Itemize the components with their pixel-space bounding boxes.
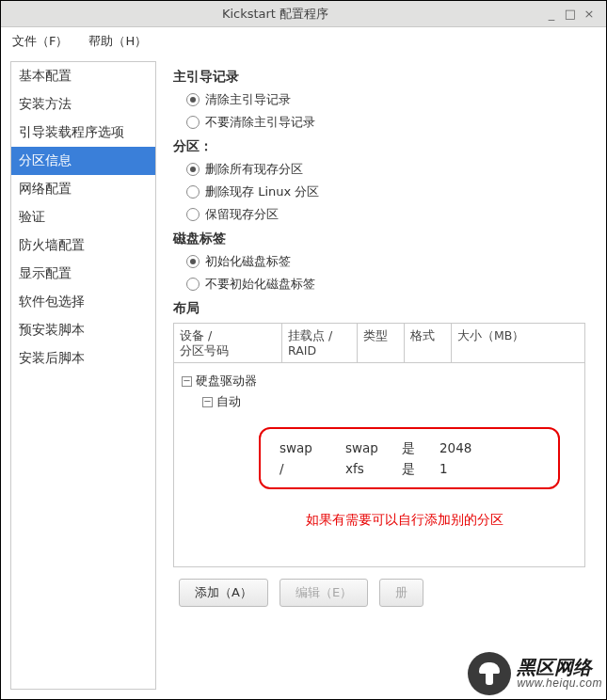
partitions-option[interactable]: 删除所有现存分区 bbox=[186, 161, 585, 178]
add-button[interactable]: 添加（A） bbox=[179, 579, 268, 607]
menu-file[interactable]: 文件（F） bbox=[8, 29, 72, 54]
window-title: Kickstart 配置程序 bbox=[8, 6, 542, 23]
partitions-label: 删除所有现存分区 bbox=[205, 161, 303, 178]
layout-panel: 设备 / 分区号码 挂载点 / RAID 类型 格式 大小（MB） − 硬盘驱动… bbox=[173, 323, 585, 567]
partitions-option[interactable]: 删除现存 Linux 分区 bbox=[186, 183, 585, 200]
sidebar-item[interactable]: 软件包选择 bbox=[11, 288, 155, 316]
tree-root-row[interactable]: − 硬盘驱动器 bbox=[182, 373, 577, 390]
expander-icon[interactable]: − bbox=[202, 397, 213, 407]
layout-header: 设备 / 分区号码 挂载点 / RAID 类型 格式 大小（MB） bbox=[174, 324, 584, 363]
section-partitions-title: 分区： bbox=[173, 138, 585, 155]
menu-bar: 文件（F） 帮助（H） bbox=[1, 27, 606, 56]
col-format[interactable]: 格式 bbox=[405, 324, 452, 362]
partition-mount: / bbox=[280, 461, 345, 478]
sidebar-item[interactable]: 显示配置 bbox=[11, 260, 155, 288]
col-size[interactable]: 大小（MB） bbox=[452, 324, 584, 362]
partition-type: xfs bbox=[345, 461, 402, 478]
disklabel-option[interactable]: 不要初始化磁盘标签 bbox=[186, 276, 585, 293]
sidebar-item[interactable]: 分区信息 bbox=[11, 147, 155, 175]
sidebar-item[interactable]: 安装后脚本 bbox=[11, 344, 155, 373]
watermark-url: www.heiqu.com bbox=[517, 677, 602, 690]
partition-row[interactable]: /xfs是1 bbox=[280, 461, 496, 478]
sidebar: 基本配置安装方法引导装载程序选项分区信息网络配置验证防火墙配置显示配置软件包选择… bbox=[10, 61, 156, 690]
radio-icon[interactable] bbox=[186, 116, 200, 129]
layout-buttons: 添加（A） 编辑（E） 册 bbox=[173, 579, 585, 607]
tree-auto-row[interactable]: − 自动 bbox=[182, 393, 577, 410]
sidebar-item[interactable]: 验证 bbox=[11, 203, 155, 231]
disklabel-label: 初始化磁盘标签 bbox=[205, 253, 291, 270]
layout-tree: − 硬盘驱动器 − 自动 bbox=[174, 363, 584, 420]
col-device[interactable]: 设备 / 分区号码 bbox=[174, 324, 282, 362]
radio-icon[interactable] bbox=[186, 163, 200, 176]
watermark: 黑区网络 www.heiqu.com bbox=[468, 652, 602, 695]
title-bar: Kickstart 配置程序 _ □ × bbox=[1, 1, 606, 27]
radio-icon[interactable] bbox=[186, 185, 200, 199]
disklabel-label: 不要初始化磁盘标签 bbox=[205, 276, 315, 293]
partition-mount: swap bbox=[280, 440, 345, 457]
partition-rows: swapswap是2048/xfs是1 bbox=[280, 437, 496, 482]
radio-icon[interactable] bbox=[186, 278, 200, 291]
section-layout-title: 布局 bbox=[173, 300, 585, 317]
radio-icon[interactable] bbox=[186, 255, 200, 268]
partition-size: 2048 bbox=[439, 440, 496, 457]
radio-icon[interactable] bbox=[186, 93, 200, 106]
sidebar-item[interactable]: 引导装载程序选项 bbox=[11, 119, 155, 147]
partition-type: swap bbox=[345, 440, 402, 457]
col-mount[interactable]: 挂载点 / RAID bbox=[282, 324, 358, 362]
sidebar-item[interactable]: 网络配置 bbox=[11, 175, 155, 203]
maximize-button[interactable]: □ bbox=[561, 7, 580, 21]
section-disklabel-title: 磁盘标签 bbox=[173, 231, 585, 247]
partitions-label: 删除现存 Linux 分区 bbox=[205, 183, 319, 200]
partition-size: 1 bbox=[439, 461, 496, 478]
main-panel: 主引导记录 清除主引导记录不要清除主引导记录 分区： 删除所有现存分区删除现存 … bbox=[156, 61, 597, 690]
partition-row[interactable]: swapswap是2048 bbox=[280, 440, 496, 457]
tree-root-label: 硬盘驱动器 bbox=[196, 373, 257, 390]
mbr-label: 清除主引导记录 bbox=[205, 91, 291, 108]
partition-format: 是 bbox=[402, 440, 439, 457]
watermark-title: 黑区网络 bbox=[517, 658, 602, 677]
tree-auto-label: 自动 bbox=[216, 393, 241, 410]
edit-button: 编辑（E） bbox=[280, 579, 368, 607]
menu-help[interactable]: 帮助（H） bbox=[85, 29, 151, 54]
sidebar-item[interactable]: 预安装脚本 bbox=[11, 316, 155, 344]
partitions-option[interactable]: 保留现存分区 bbox=[186, 206, 585, 223]
delete-button: 册 bbox=[379, 579, 423, 607]
partition-format: 是 bbox=[402, 461, 439, 478]
mbr-label: 不要清除主引导记录 bbox=[205, 114, 315, 131]
section-mbr-title: 主引导记录 bbox=[173, 69, 585, 86]
disklabel-option[interactable]: 初始化磁盘标签 bbox=[186, 253, 585, 270]
mushroom-icon bbox=[479, 662, 500, 685]
mbr-option[interactable]: 不要清除主引导记录 bbox=[186, 114, 585, 131]
watermark-logo bbox=[468, 652, 511, 695]
minimize-button[interactable]: _ bbox=[542, 7, 561, 21]
sidebar-item[interactable]: 基本配置 bbox=[11, 62, 155, 90]
radio-icon[interactable] bbox=[186, 208, 200, 221]
expander-icon[interactable]: − bbox=[182, 376, 192, 387]
close-button[interactable]: × bbox=[580, 7, 599, 21]
col-type[interactable]: 类型 bbox=[358, 324, 405, 362]
mbr-option[interactable]: 清除主引导记录 bbox=[186, 91, 585, 108]
sidebar-item[interactable]: 安装方法 bbox=[11, 90, 155, 119]
annotation-text: 如果有需要可以自行添加别的分区 bbox=[306, 512, 503, 529]
sidebar-item[interactable]: 防火墙配置 bbox=[11, 231, 155, 260]
partitions-label: 保留现存分区 bbox=[205, 206, 279, 223]
